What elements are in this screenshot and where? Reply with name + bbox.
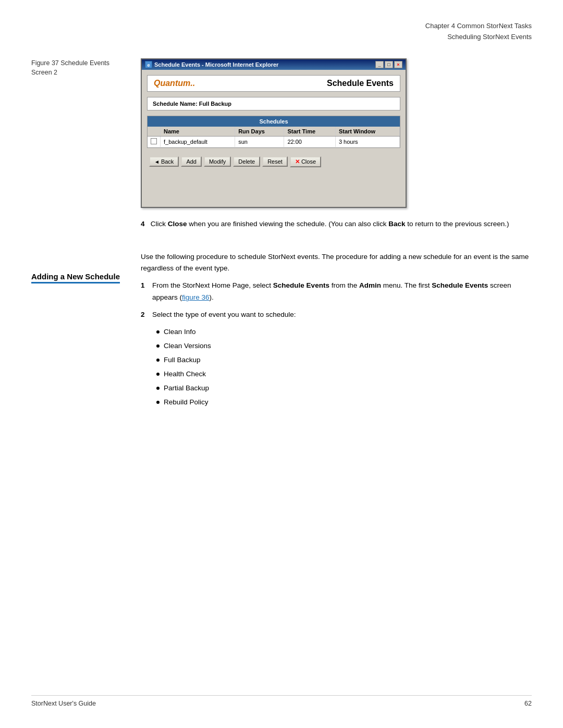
delete-button[interactable]: Delete (233, 156, 260, 167)
back-button[interactable]: ◄ Back (149, 156, 179, 167)
event-types-list: Clean Info Clean Versions Full Backup He… (156, 326, 532, 409)
col-header-checkbox (148, 127, 161, 137)
section-heading-container: Adding a New Schedule (31, 272, 130, 283)
col-header-startwindow: Start Window (335, 127, 399, 137)
row-startwindow: 3 hours (335, 136, 399, 147)
ie-bottom-spacer (147, 170, 400, 202)
back-arrow-icon: ◄ (154, 159, 160, 165)
schedules-section: Schedules Name Run Days Start Time Start… (147, 116, 400, 148)
ie-close-btn[interactable]: × (394, 61, 402, 68)
modify-label: Modify (209, 158, 226, 165)
step1-number: 1 (141, 280, 148, 292)
bullet-dot-icon (156, 330, 160, 334)
section-intro: Use the following procedure to schedule … (141, 251, 532, 275)
row-checkbox[interactable] (151, 138, 157, 144)
bullet-text: Clean Versions (164, 340, 211, 352)
delete-label: Delete (238, 158, 255, 165)
add-button[interactable]: Add (181, 156, 202, 167)
col-header-rundays: Run Days (235, 127, 284, 137)
bullet-text: Partial Backup (164, 382, 209, 394)
bullet-text: Rebuild Policy (164, 397, 209, 409)
close-label: Close (301, 158, 316, 165)
list-item: Health Check (156, 368, 532, 380)
add-label: Add (186, 158, 197, 165)
ie-title: Schedule Events - Microsoft Internet Exp… (154, 61, 278, 68)
list-item: Partial Backup (156, 382, 532, 394)
step2-item: 2 Select the type of event you want to s… (141, 309, 532, 321)
app-header: Quantum. Schedule Events (147, 75, 400, 92)
ie-restore-btn[interactable]: □ (385, 61, 393, 68)
schedule-name-bar: Schedule Name: Full Backup (147, 97, 400, 110)
bullet-dot-icon (156, 401, 160, 404)
table-row: f_backup_default sun 22:00 3 hours (148, 136, 400, 147)
section-content-col: Use the following procedure to schedule … (141, 251, 532, 414)
close-button[interactable]: ✕ Close (290, 156, 321, 167)
figure36-link[interactable]: figure 36 (182, 293, 210, 301)
schedule-name-label: Schedule Name: (153, 101, 198, 107)
modify-button[interactable]: Modify (204, 156, 231, 167)
list-item: Clean Versions (156, 340, 532, 352)
left-column: Figure 37 Schedule Events Screen 2 (31, 58, 141, 230)
footer-right: 62 (524, 700, 532, 707)
bullet-text: Full Backup (164, 354, 201, 366)
figure-label: Figure 37 Schedule Events Screen 2 (31, 58, 130, 78)
close-x-icon: ✕ (295, 158, 300, 165)
list-item: Full Backup (156, 354, 532, 366)
page-header: Chapter 4 Common StorNext Tasks Scheduli… (31, 21, 532, 43)
col-header-name: Name (161, 127, 235, 137)
ie-window: e Schedule Events - Microsoft Internet E… (141, 58, 407, 208)
ie-minimize-btn[interactable]: _ (375, 61, 384, 68)
section-heading-col: Adding a New Schedule (31, 251, 141, 414)
row-checkbox-cell (148, 136, 161, 147)
ie-icon: e (145, 61, 152, 68)
reset-button[interactable]: Reset (262, 156, 288, 167)
step4-instruction: 4 Click Close when you are finished view… (141, 218, 532, 230)
step2-number: 2 (141, 309, 148, 321)
step4-number: 4 (141, 220, 145, 228)
bullet-text: Health Check (164, 368, 206, 380)
step2-text: Select the type of event you want to sch… (152, 309, 296, 321)
ie-titlebar: e Schedule Events - Microsoft Internet E… (142, 59, 406, 70)
ie-window-wrapper: e Schedule Events - Microsoft Internet E… (141, 58, 532, 208)
row-name: f_backup_default (161, 136, 235, 147)
schedules-table: Name Run Days Start Time Start Window f_… (148, 127, 400, 147)
bullet-dot-icon (156, 387, 160, 390)
section-intro-text: Use the following procedure to schedule … (141, 251, 532, 275)
main-content: Figure 37 Schedule Events Screen 2 e Sch… (31, 58, 532, 230)
step1-text: From the StorNext Home Page, select Sche… (152, 280, 532, 304)
back-label: Back (161, 158, 174, 165)
steps-list: 1 From the StorNext Home Page, select Sc… (141, 280, 532, 321)
app-page-title: Schedule Events (327, 79, 394, 88)
row-starttime: 22:00 (284, 136, 335, 147)
quantum-logo: Quantum. (154, 79, 195, 88)
bullet-dot-icon (156, 373, 160, 376)
adding-section: Adding a New Schedule Use the following … (31, 251, 532, 414)
reset-label: Reset (267, 158, 283, 165)
schedules-table-header: Schedules (148, 116, 400, 127)
bullet-dot-icon (156, 344, 160, 348)
bullet-dot-icon (156, 359, 160, 362)
header-line2: Scheduling StorNext Events (31, 32, 532, 43)
ie-body: Quantum. Schedule Events Schedule Name: … (142, 70, 406, 207)
bullet-text: Clean Info (164, 326, 196, 338)
footer-left: StorNext User's Guide (31, 700, 96, 707)
header-line1: Chapter 4 Common StorNext Tasks (31, 21, 532, 32)
row-rundays: sun (235, 136, 284, 147)
ie-titlebar-left: e Schedule Events - Microsoft Internet E… (145, 61, 278, 68)
schedule-name-value: Full Backup (199, 101, 231, 107)
ie-titlebar-buttons[interactable]: _ □ × (375, 61, 402, 68)
col-header-starttime: Start Time (284, 127, 335, 137)
page-footer: StorNext User's Guide 62 (31, 695, 532, 707)
right-column: e Schedule Events - Microsoft Internet E… (141, 58, 532, 230)
buttons-bar: ◄ Back Add Modify Delete (147, 153, 400, 170)
section-heading: Adding a New Schedule (31, 272, 120, 283)
list-item: Rebuild Policy (156, 397, 532, 409)
step1-item: 1 From the StorNext Home Page, select Sc… (141, 280, 532, 304)
list-item: Clean Info (156, 326, 532, 338)
